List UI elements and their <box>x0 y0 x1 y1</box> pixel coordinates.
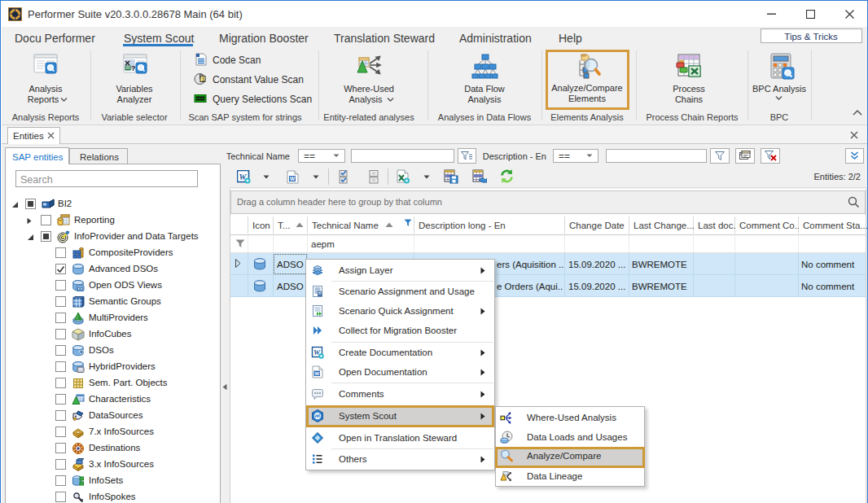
svg-text:W: W <box>315 371 320 376</box>
svg-text:?: ? <box>131 64 136 72</box>
svg-text:W: W <box>290 176 296 182</box>
svg-text:1: 1 <box>202 77 205 82</box>
